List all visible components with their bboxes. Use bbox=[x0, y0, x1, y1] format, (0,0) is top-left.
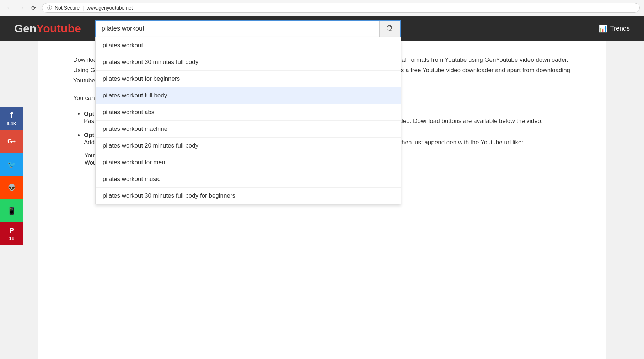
whatsapp-share-button[interactable]: 📱 bbox=[0, 199, 23, 222]
autocomplete-item[interactable]: pilates workout 30 minutes full body for… bbox=[96, 188, 401, 204]
address-bar[interactable]: ⓘ Not Secure | www.genyoutube.net bbox=[42, 3, 640, 13]
logo-youtube: Youtube bbox=[36, 22, 81, 35]
googleplus-share-button[interactable]: G+ bbox=[0, 130, 23, 153]
trends-button[interactable]: 📊 Trends bbox=[599, 24, 630, 33]
secure-label: Not Secure bbox=[55, 5, 80, 11]
autocomplete-item[interactable]: pilates workout abs bbox=[96, 104, 401, 121]
logo-gen: Gen bbox=[14, 22, 36, 35]
browser-chrome: ← → ⟳ ⓘ Not Secure | www.genyoutube.net bbox=[0, 0, 644, 16]
search-box bbox=[95, 20, 401, 37]
trends-label: Trends bbox=[610, 25, 630, 32]
googleplus-icon: G+ bbox=[7, 138, 16, 145]
reddit-icon: 👽 bbox=[8, 184, 16, 192]
trends-icon: 📊 bbox=[599, 24, 607, 33]
twitter-share-button[interactable]: 🐦 bbox=[0, 153, 23, 176]
autocomplete-item[interactable]: pilates workout 30 minutes full body bbox=[96, 54, 401, 71]
pinterest-count: 11 bbox=[9, 236, 14, 241]
autocomplete-item[interactable]: pilates workout full body bbox=[96, 87, 401, 104]
search-wrapper: pilates workoutpilates workout 30 minute… bbox=[95, 20, 401, 37]
autocomplete-dropdown: pilates workoutpilates workout 30 minute… bbox=[95, 37, 401, 204]
facebook-icon: f bbox=[10, 111, 13, 120]
nav-buttons: ← → ⟳ bbox=[4, 3, 38, 13]
autocomplete-item[interactable]: pilates workout bbox=[96, 37, 401, 54]
autocomplete-item[interactable]: pilates workout for beginners bbox=[96, 71, 401, 87]
search-input[interactable] bbox=[96, 21, 379, 37]
site-logo[interactable]: GenYoutube bbox=[14, 22, 81, 35]
facebook-count: 3.4K bbox=[7, 121, 16, 126]
search-button[interactable] bbox=[379, 21, 400, 37]
facebook-share-button[interactable]: f 3.4K bbox=[0, 107, 23, 130]
forward-button[interactable]: → bbox=[16, 3, 26, 13]
pinterest-share-button[interactable]: P 11 bbox=[0, 222, 23, 245]
autocomplete-item[interactable]: pilates workout for men bbox=[96, 154, 401, 171]
autocomplete-item[interactable]: pilates workout music bbox=[96, 171, 401, 188]
whatsapp-icon: 📱 bbox=[7, 207, 16, 215]
social-sidebar: f 3.4K G+ 🐦 👽 📱 P 11 bbox=[0, 107, 23, 245]
secure-icon: ⓘ bbox=[47, 5, 52, 11]
pinterest-icon: P bbox=[9, 226, 14, 235]
back-button[interactable]: ← bbox=[4, 3, 14, 13]
address-separator: | bbox=[82, 5, 84, 11]
search-icon bbox=[386, 25, 394, 32]
twitter-icon: 🐦 bbox=[7, 160, 16, 169]
autocomplete-item[interactable]: pilates workout 20 minutes full body bbox=[96, 138, 401, 154]
address-url: www.genyoutube.net bbox=[87, 5, 133, 11]
reload-button[interactable]: ⟳ bbox=[28, 3, 38, 13]
autocomplete-item[interactable]: pilates workout machine bbox=[96, 121, 401, 138]
reddit-share-button[interactable]: 👽 bbox=[0, 176, 23, 199]
site-header: GenYoutube pilates workoutpilates workou… bbox=[0, 16, 644, 41]
